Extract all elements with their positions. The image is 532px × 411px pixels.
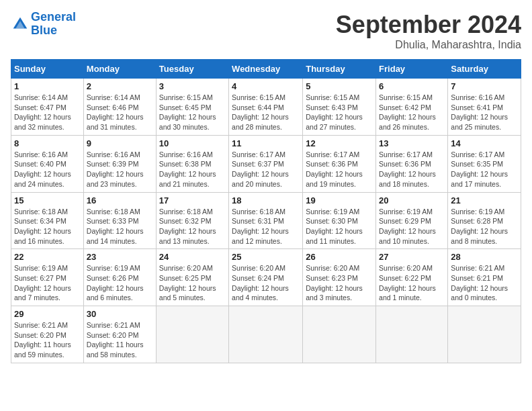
calendar-cell [229, 306, 303, 363]
calendar-cell: 19Sunrise: 6:19 AMSunset: 6:30 PMDayligh… [303, 192, 376, 249]
day-number: 1 [14, 81, 81, 91]
day-number: 12 [306, 138, 373, 148]
day-number: 24 [159, 252, 226, 262]
day-number: 21 [451, 195, 518, 205]
calendar-cell [303, 306, 376, 363]
day-number: 13 [379, 138, 445, 148]
day-number: 17 [159, 195, 226, 205]
day-info: Sunrise: 6:15 AMSunset: 6:44 PMDaylight:… [232, 93, 300, 132]
day-info: Sunrise: 6:17 AMSunset: 6:36 PMDaylight:… [306, 150, 373, 189]
day-info: Sunrise: 6:15 AMSunset: 6:42 PMDaylight:… [379, 93, 445, 132]
day-number: 10 [159, 138, 226, 148]
calendar-cell: 22Sunrise: 6:19 AMSunset: 6:27 PMDayligh… [11, 249, 84, 306]
day-number: 3 [159, 81, 226, 91]
day-info: Sunrise: 6:18 AMSunset: 6:32 PMDaylight:… [159, 207, 226, 246]
day-info: Sunrise: 6:18 AMSunset: 6:33 PMDaylight:… [87, 207, 153, 246]
calendar-cell: 25Sunrise: 6:20 AMSunset: 6:24 PMDayligh… [229, 249, 303, 306]
day-number: 7 [451, 81, 518, 91]
calendar-cell: 9Sunrise: 6:16 AMSunset: 6:39 PMDaylight… [83, 135, 156, 192]
calendar-cell: 27Sunrise: 6:20 AMSunset: 6:22 PMDayligh… [376, 249, 448, 306]
day-info: Sunrise: 6:18 AMSunset: 6:34 PMDaylight:… [14, 207, 81, 246]
title-block: September 2024 Dhulia, Maharashtra, Indi… [336, 11, 521, 51]
logo-line2: Blue [31, 24, 57, 37]
day-header-thursday: Thursday [303, 60, 376, 79]
day-header-wednesday: Wednesday [229, 60, 303, 79]
calendar-cell: 18Sunrise: 6:18 AMSunset: 6:31 PMDayligh… [229, 192, 303, 249]
day-info: Sunrise: 6:16 AMSunset: 6:40 PMDaylight:… [14, 150, 81, 189]
calendar-cell: 30Sunrise: 6:21 AMSunset: 6:20 PMDayligh… [83, 306, 156, 363]
day-number: 9 [87, 138, 153, 148]
calendar-header-row: SundayMondayTuesdayWednesdayThursdayFrid… [11, 60, 521, 79]
day-info: Sunrise: 6:20 AMSunset: 6:22 PMDaylight:… [379, 263, 445, 303]
day-info: Sunrise: 6:18 AMSunset: 6:31 PMDaylight:… [232, 207, 300, 246]
day-number: 23 [87, 252, 153, 262]
day-header-saturday: Saturday [448, 60, 521, 79]
calendar-week-2: 8Sunrise: 6:16 AMSunset: 6:40 PMDaylight… [11, 135, 521, 192]
day-info: Sunrise: 6:21 AMSunset: 6:20 PMDaylight:… [87, 320, 153, 360]
calendar-cell: 29Sunrise: 6:21 AMSunset: 6:20 PMDayligh… [11, 306, 84, 363]
day-number: 19 [306, 195, 373, 205]
day-header-sunday: Sunday [11, 60, 84, 79]
day-number: 15 [14, 195, 81, 205]
day-info: Sunrise: 6:20 AMSunset: 6:24 PMDaylight:… [232, 263, 300, 303]
calendar-week-1: 1Sunrise: 6:14 AMSunset: 6:47 PMDaylight… [11, 79, 521, 136]
calendar-cell [156, 306, 228, 363]
calendar-cell: 10Sunrise: 6:16 AMSunset: 6:38 PMDayligh… [156, 135, 228, 192]
calendar-cell: 6Sunrise: 6:15 AMSunset: 6:42 PMDaylight… [376, 79, 448, 136]
calendar-cell: 21Sunrise: 6:19 AMSunset: 6:28 PMDayligh… [448, 192, 521, 249]
day-info: Sunrise: 6:15 AMSunset: 6:43 PMDaylight:… [306, 93, 373, 132]
day-number: 14 [451, 138, 518, 148]
day-number: 26 [306, 252, 373, 262]
day-info: Sunrise: 6:19 AMSunset: 6:28 PMDaylight:… [451, 207, 518, 246]
day-number: 20 [379, 195, 445, 205]
location: Dhulia, Maharashtra, India [336, 39, 521, 51]
day-number: 6 [379, 81, 445, 91]
day-number: 28 [451, 252, 518, 262]
day-number: 16 [87, 195, 153, 205]
day-number: 30 [87, 309, 153, 319]
day-info: Sunrise: 6:15 AMSunset: 6:45 PMDaylight:… [159, 93, 226, 132]
day-number: 25 [232, 252, 300, 262]
day-number: 8 [14, 138, 81, 148]
day-info: Sunrise: 6:17 AMSunset: 6:37 PMDaylight:… [232, 150, 300, 189]
day-info: Sunrise: 6:19 AMSunset: 6:30 PMDaylight:… [306, 207, 373, 246]
month-title: September 2024 [336, 11, 521, 39]
calendar-cell: 4Sunrise: 6:15 AMSunset: 6:44 PMDaylight… [229, 79, 303, 136]
day-number: 4 [232, 81, 300, 91]
calendar-cell: 7Sunrise: 6:16 AMSunset: 6:41 PMDaylight… [448, 79, 521, 136]
calendar-cell: 26Sunrise: 6:20 AMSunset: 6:23 PMDayligh… [303, 249, 376, 306]
day-info: Sunrise: 6:14 AMSunset: 6:47 PMDaylight:… [14, 93, 81, 132]
logo: General Blue [11, 11, 76, 38]
logo-icon [11, 15, 30, 34]
calendar-cell: 5Sunrise: 6:15 AMSunset: 6:43 PMDaylight… [303, 79, 376, 136]
calendar-cell: 17Sunrise: 6:18 AMSunset: 6:32 PMDayligh… [156, 192, 228, 249]
day-info: Sunrise: 6:19 AMSunset: 6:29 PMDaylight:… [379, 207, 445, 246]
calendar-week-3: 15Sunrise: 6:18 AMSunset: 6:34 PMDayligh… [11, 192, 521, 249]
day-info: Sunrise: 6:16 AMSunset: 6:39 PMDaylight:… [87, 150, 153, 189]
calendar-cell: 14Sunrise: 6:17 AMSunset: 6:35 PMDayligh… [448, 135, 521, 192]
day-info: Sunrise: 6:17 AMSunset: 6:36 PMDaylight:… [379, 150, 445, 189]
day-info: Sunrise: 6:20 AMSunset: 6:25 PMDaylight:… [159, 263, 226, 303]
calendar-week-4: 22Sunrise: 6:19 AMSunset: 6:27 PMDayligh… [11, 249, 521, 306]
day-info: Sunrise: 6:16 AMSunset: 6:38 PMDaylight:… [159, 150, 226, 189]
calendar: SundayMondayTuesdayWednesdayThursdayFrid… [11, 59, 521, 363]
day-info: Sunrise: 6:19 AMSunset: 6:26 PMDaylight:… [87, 263, 153, 303]
day-info: Sunrise: 6:14 AMSunset: 6:46 PMDaylight:… [87, 93, 153, 132]
day-number: 18 [232, 195, 300, 205]
calendar-cell [376, 306, 448, 363]
day-header-tuesday: Tuesday [156, 60, 228, 79]
day-number: 27 [379, 252, 445, 262]
day-number: 11 [232, 138, 300, 148]
calendar-cell: 28Sunrise: 6:21 AMSunset: 6:21 PMDayligh… [448, 249, 521, 306]
calendar-cell: 16Sunrise: 6:18 AMSunset: 6:33 PMDayligh… [83, 192, 156, 249]
day-info: Sunrise: 6:21 AMSunset: 6:20 PMDaylight:… [14, 320, 81, 360]
day-number: 29 [14, 309, 81, 319]
calendar-cell: 23Sunrise: 6:19 AMSunset: 6:26 PMDayligh… [83, 249, 156, 306]
day-info: Sunrise: 6:19 AMSunset: 6:27 PMDaylight:… [14, 263, 81, 303]
day-info: Sunrise: 6:21 AMSunset: 6:21 PMDaylight:… [451, 263, 518, 303]
calendar-cell: 8Sunrise: 6:16 AMSunset: 6:40 PMDaylight… [11, 135, 84, 192]
day-info: Sunrise: 6:20 AMSunset: 6:23 PMDaylight:… [306, 263, 373, 303]
calendar-cell: 12Sunrise: 6:17 AMSunset: 6:36 PMDayligh… [303, 135, 376, 192]
page-header: General Blue September 2024 Dhulia, Maha… [11, 11, 521, 51]
calendar-cell: 13Sunrise: 6:17 AMSunset: 6:36 PMDayligh… [376, 135, 448, 192]
